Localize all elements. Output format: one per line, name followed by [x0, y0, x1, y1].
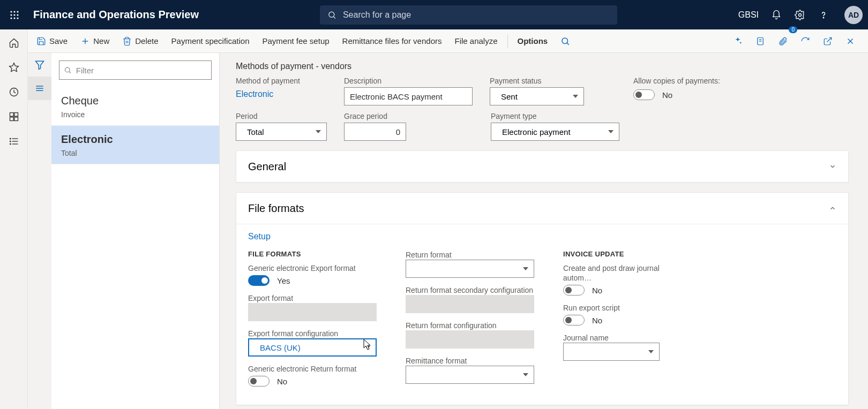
method-of-payment-link[interactable]: Electronic: [236, 87, 327, 103]
svg-rect-28: [10, 113, 13, 117]
list-item[interactable]: Electronic Total: [51, 126, 219, 164]
generic-return-toggle[interactable]: [248, 376, 270, 387]
field-label: Description: [344, 77, 473, 85]
period-select[interactable]: [236, 123, 327, 141]
popout-icon: [823, 36, 833, 46]
settings-button[interactable]: [794, 9, 806, 21]
gear-icon: [795, 10, 805, 20]
remittance-format-select[interactable]: [406, 366, 534, 384]
new-button[interactable]: New: [74, 29, 116, 52]
workspaces-button[interactable]: [8, 111, 20, 123]
popout-button[interactable]: [817, 29, 839, 52]
delete-button[interactable]: Delete: [116, 29, 164, 52]
field-label: Payment status: [490, 77, 584, 85]
funnel-icon: [34, 59, 45, 70]
sparkle-icon: [733, 36, 743, 46]
waffle-icon: [10, 10, 19, 20]
field-label: Generic electronic Return format: [248, 365, 356, 373]
refresh-button[interactable]: [794, 29, 817, 52]
payment-fee-setup-button[interactable]: Payment fee setup: [256, 29, 335, 52]
grace-period-input[interactable]: [344, 123, 406, 141]
svg-point-12: [823, 17, 824, 18]
list-filter-input[interactable]: [75, 65, 207, 75]
fasttab-title: General: [248, 161, 286, 173]
company-picker[interactable]: GBSI: [738, 10, 759, 20]
list-item-title: Electronic: [61, 133, 209, 146]
paperclip-icon: [778, 36, 788, 46]
chevron-up-icon: [829, 205, 836, 212]
app-launcher-button[interactable]: [5, 6, 24, 24]
list-filter[interactable]: [59, 60, 212, 80]
home-button[interactable]: [8, 37, 20, 49]
setup-link[interactable]: Setup: [248, 232, 271, 241]
attachments-button[interactable]: 0: [772, 29, 794, 52]
global-search[interactable]: [320, 5, 617, 25]
svg-marker-38: [36, 61, 44, 69]
svg-point-2: [17, 11, 18, 12]
list-item[interactable]: Cheque Invoice: [51, 87, 219, 126]
help-button[interactable]: [818, 9, 829, 21]
generic-export-toggle[interactable]: [248, 275, 270, 286]
chevron-down-icon: [829, 163, 836, 170]
attachments-badge: 0: [789, 26, 797, 33]
field-label: Return format secondary configuration: [406, 286, 533, 294]
grid-icon: [9, 111, 19, 122]
copilot-button[interactable]: [727, 29, 749, 52]
action-search-button[interactable]: [554, 29, 577, 52]
file-formats-fasttab: File formats Setup FILE FORMATS Generic …: [236, 192, 849, 405]
return-format-select[interactable]: [406, 260, 534, 278]
field-label: Grace period: [344, 112, 406, 120]
filter-rail: [28, 53, 51, 409]
svg-point-35: [10, 138, 11, 139]
create-post-toggle[interactable]: [563, 285, 585, 296]
filter-tab[interactable]: [28, 53, 51, 77]
field-label: Period: [236, 112, 327, 120]
recent-button[interactable]: [8, 86, 20, 98]
left-rail: [0, 29, 28, 409]
modules-button[interactable]: [8, 135, 20, 147]
delete-label: Delete: [135, 36, 158, 46]
save-label: Save: [49, 36, 68, 46]
user-avatar[interactable]: AD: [844, 6, 863, 24]
page-button[interactable]: [749, 29, 772, 52]
options-button[interactable]: Options: [511, 29, 555, 52]
global-search-input[interactable]: [342, 10, 610, 20]
notifications-button[interactable]: [770, 9, 782, 21]
bell-icon: [771, 10, 782, 20]
field-label: Journal name: [563, 334, 609, 342]
list-tab[interactable]: [28, 77, 51, 100]
file-analyze-button[interactable]: File analyze: [448, 29, 504, 52]
field-label: Export format configuration: [248, 329, 338, 338]
svg-line-10: [334, 17, 335, 18]
field-label: Generic electronic Export format: [248, 264, 356, 272]
remittance-files-button[interactable]: Remittance files for vendors: [336, 29, 448, 52]
payment-type-select[interactable]: [491, 123, 619, 141]
separator: [507, 34, 508, 48]
allow-copies-toggle[interactable]: [633, 89, 655, 100]
list-item-sub: Total: [61, 149, 209, 157]
general-fasttab-header[interactable]: General: [236, 151, 848, 182]
run-export-toggle[interactable]: [563, 315, 585, 325]
main-content: Methods of payment - vendors Method of p…: [220, 53, 868, 409]
file-formats-fasttab-header[interactable]: File formats: [236, 193, 848, 224]
svg-line-20: [827, 37, 832, 42]
svg-rect-30: [10, 117, 13, 121]
export-format-config-select[interactable]: [248, 338, 377, 357]
field-label: Create and post draw journal autom…: [563, 264, 660, 282]
description-input[interactable]: [344, 87, 473, 105]
close-button[interactable]: [839, 29, 862, 52]
payment-status-select[interactable]: [490, 87, 584, 105]
page-icon: [755, 36, 765, 46]
svg-point-37: [10, 143, 11, 145]
field-label: Export format: [248, 294, 293, 302]
search-icon: [560, 36, 570, 46]
favorites-button[interactable]: [8, 62, 20, 73]
save-button[interactable]: Save: [30, 29, 74, 52]
journal-name-select[interactable]: [563, 343, 660, 361]
close-icon: [845, 36, 855, 46]
clock-icon: [9, 87, 19, 97]
top-navbar: Finance and Operations Preview GBSI AD: [0, 0, 868, 29]
payment-specification-button[interactable]: Payment specification: [165, 29, 256, 52]
return-config-input: [406, 330, 534, 349]
toggle-value: No: [277, 377, 287, 386]
